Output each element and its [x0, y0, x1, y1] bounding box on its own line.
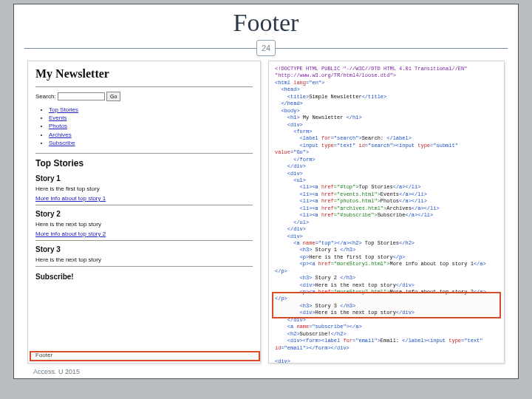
- code-attr: value: [275, 149, 290, 155]
- code-text: My Newsletter: [300, 115, 347, 120]
- nav-list: Top Stories Events Photos Archives Subsc…: [49, 106, 253, 147]
- code-line: <div>: [275, 171, 303, 177]
- code-line: <div>: [275, 122, 303, 128]
- list-item: Events: [49, 114, 253, 122]
- code-tag: <title>: [275, 94, 309, 100]
- code-val: ="photos.html">: [334, 198, 381, 204]
- code-tag: <h3>: [275, 275, 312, 281]
- code-tag: <li><a: [275, 184, 321, 190]
- code-text: More info about top story 1: [389, 261, 473, 267]
- code-text: Story 2: [312, 275, 340, 281]
- divider: [35, 86, 253, 87]
- code-tag: ="top"></a><h2>: [316, 240, 362, 246]
- code-text: Subscribe!: [300, 331, 331, 337]
- code-tag: ="text": [461, 338, 482, 344]
- code-tag: ="search">: [331, 135, 362, 141]
- code-line: <ul>: [275, 177, 306, 183]
- list-item: Archives: [49, 131, 253, 139]
- story-title: Story 2: [35, 210, 253, 218]
- code-text: Top Stories: [362, 240, 399, 246]
- code-tag: </h3>: [340, 247, 355, 253]
- highlight-rendered-footer: [30, 351, 260, 361]
- code-text: Photos: [381, 198, 399, 204]
- title-rule: 24: [14, 40, 518, 58]
- code-tag: <h2>: [275, 331, 300, 337]
- code-attr: type: [417, 143, 430, 149]
- code-line: <form>: [275, 129, 312, 134]
- code-tag: ="submit": [430, 143, 458, 149]
- code-tag: ="en">: [306, 80, 324, 86]
- code-tag: ="subscribe"></a>: [309, 324, 361, 330]
- code-tag: <a: [275, 240, 303, 246]
- subscribe-heading: Subscribe!: [35, 273, 253, 281]
- nav-link-top-stories[interactable]: Top Stories: [49, 106, 78, 113]
- code-tag: </a></li>: [393, 184, 421, 190]
- nav-link-archives[interactable]: Archives: [49, 132, 72, 138]
- search-input[interactable]: [58, 92, 105, 100]
- code-text: Here is the first top story: [309, 254, 392, 260]
- code-tag: <html: [275, 80, 293, 86]
- code-tag: </h2>: [331, 331, 347, 337]
- code-attr: for: [321, 135, 331, 141]
- code-attr: type: [321, 143, 334, 149]
- list-item: Photos: [49, 122, 253, 130]
- go-button[interactable]: Go: [106, 92, 120, 101]
- code-text: Top Stories: [358, 184, 392, 190]
- code-text: Simple Newsletter: [309, 94, 361, 100]
- story-title: Story 1: [35, 174, 253, 183]
- highlight-code-footer: [272, 292, 501, 318]
- nav-link-photos[interactable]: Photos: [49, 123, 67, 129]
- code-tag: ="text": [334, 143, 359, 149]
- code-attr: href: [321, 191, 334, 197]
- code-attr: for: [343, 338, 352, 344]
- code-attr: href: [318, 261, 331, 267]
- code-line: <head>: [275, 86, 300, 92]
- code-tag: <input: [275, 143, 321, 149]
- divider: [35, 240, 253, 241]
- story-more-link[interactable]: More info about top story 1: [35, 195, 106, 202]
- code-line: </form>: [275, 157, 316, 163]
- code-attr: href: [321, 212, 334, 218]
- code-tag: <p>: [275, 254, 309, 260]
- search-label: Search:: [35, 93, 56, 100]
- code-text: Archives: [386, 205, 412, 211]
- code-tag: ="email">: [352, 338, 381, 344]
- code-line: <body>: [275, 108, 300, 114]
- code-tag: <li><a: [275, 198, 321, 204]
- code-line: </ul>: [275, 219, 309, 225]
- rendered-preview-pane: My Newsletter Search: Go Top Stories Eve…: [27, 61, 261, 364]
- code-tag: ="Go">: [290, 149, 309, 155]
- code-tag: </h1>: [347, 115, 362, 120]
- code-line: </div>: [275, 163, 306, 169]
- code-tag: </h3>: [340, 275, 355, 281]
- code-val: ="#subscribe">: [334, 212, 378, 218]
- code-text: Email:: [381, 338, 402, 344]
- divider: [35, 266, 253, 267]
- code-tag: </a></li>: [399, 191, 427, 197]
- code-val: ="#top">: [334, 184, 359, 190]
- slide-footer: Access. U 2015: [33, 368, 80, 375]
- story-more-link[interactable]: More info about top story 2: [35, 231, 106, 237]
- code-attr: type: [449, 338, 461, 344]
- divider: [35, 153, 253, 154]
- code-tag: </label>: [386, 135, 412, 141]
- code-tag: <h1>: [275, 115, 300, 120]
- search-row: Search: Go: [35, 92, 253, 101]
- code-text: Events: [381, 191, 399, 197]
- code-line: <!DOCTYPE HTML PUBLIC "-//W3C//DTD HTML …: [275, 66, 467, 72]
- story-body: Here is the next top story: [35, 221, 253, 228]
- content-area: My Newsletter Search: Go Top Stories Eve…: [27, 61, 505, 364]
- code-tag: <div><form><label: [275, 338, 343, 344]
- nav-link-events[interactable]: Events: [49, 115, 66, 121]
- story-title: Story 3: [35, 245, 253, 253]
- code-attr: name: [303, 240, 316, 246]
- code-tag: </a></li>: [412, 205, 440, 211]
- code-attr: name: [296, 324, 309, 330]
- divider: [35, 205, 253, 205]
- code-attr: href: [321, 205, 334, 211]
- code-text: Subscribe: [378, 212, 406, 218]
- code-text: Search:: [362, 135, 387, 141]
- code-tag: <li><a: [275, 212, 321, 218]
- nav-link-subscribe[interactable]: Subscribe: [49, 140, 75, 146]
- code-tag: <li><a: [275, 205, 321, 211]
